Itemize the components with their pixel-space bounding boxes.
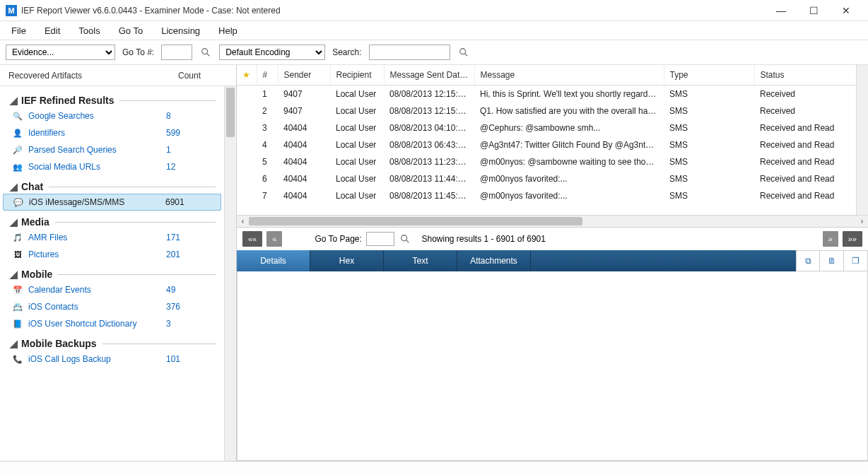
table-row[interactable]: 29407Local User08/08/2013 12:15:57 ...Q1… (237, 102, 868, 119)
sidebar-item-pictures[interactable]: 🖼Pictures201 (0, 246, 224, 263)
evidence-select[interactable]: Evidence... (6, 45, 115, 60)
item-icon: 👥 (11, 161, 24, 172)
col-type[interactable]: Type (664, 65, 754, 86)
item-count: 599 (166, 128, 216, 138)
title-bar: M IEF Report Viewer v6.6.0.0443 - Examin… (0, 0, 868, 21)
pager-last-button[interactable]: »» (843, 231, 862, 247)
pager-search-icon[interactable] (399, 233, 411, 245)
pager-prev-button[interactable]: « (266, 231, 282, 247)
item-count: 376 (166, 302, 216, 312)
item-icon: 📇 (11, 301, 24, 312)
tab-attachments[interactable]: Attachments (457, 250, 531, 271)
tab-hex[interactable]: Hex (310, 250, 384, 271)
item-count: 8 (166, 111, 216, 121)
pager-showing: Showing results 1 - 6901 of 6901 (421, 234, 545, 244)
item-label: iOS User Shortcut Dictionary (28, 319, 166, 329)
save-icon[interactable]: 🗎 (820, 250, 844, 271)
item-label: Pictures (28, 250, 166, 259)
table-row[interactable]: 440404Local User08/08/2013 06:43:23 ...@… (237, 136, 868, 153)
col-recipient[interactable]: Recipient (330, 65, 384, 86)
sidebar-item-ios-call-logs-backup[interactable]: 📞iOS Call Logs Backup101 (0, 351, 224, 368)
table-vscroll[interactable] (856, 65, 868, 215)
content: ★#SenderRecipientMessage Sent Date/...Me… (237, 65, 868, 461)
item-icon: 📞 (11, 353, 24, 365)
col-message[interactable]: Message (474, 65, 664, 86)
menu-file[interactable]: File (7, 23, 30, 38)
star-icon: ★ (242, 70, 250, 80)
hscroll-right-icon[interactable]: › (856, 216, 868, 228)
sidebar-header: Recovered Artifacts Count (0, 65, 236, 86)
pager-next-button[interactable]: » (823, 231, 838, 247)
group-media[interactable]: ◢Media (0, 211, 224, 229)
pager-goto-input[interactable] (366, 232, 394, 246)
sidebar-item-ios-imessage-sms-mms[interactable]: 💬iOS iMessage/SMS/MMS6901 (3, 194, 221, 211)
goto-input[interactable] (161, 45, 192, 60)
menu-go-to[interactable]: Go To (115, 23, 147, 38)
sidebar-item-ios-contacts[interactable]: 📇iOS Contacts376 (0, 298, 224, 315)
table-row[interactable]: 540404Local User08/08/2013 11:23:58 ...@… (237, 153, 868, 170)
encoding-select[interactable]: Default Encoding (219, 45, 325, 60)
menu-licensing[interactable]: Licensing (157, 23, 204, 38)
group-ief-refined-results[interactable]: ◢IEF Refined Results (0, 89, 224, 107)
sidebar: Recovered Artifacts Count ◢IEF Refined R… (0, 65, 237, 461)
tab-details[interactable]: Details (237, 250, 310, 271)
sidebar-item-parsed-search-queries[interactable]: 🔎Parsed Search Queries1 (0, 141, 224, 158)
col-star[interactable]: ★ (237, 65, 257, 86)
app-icon: M (6, 5, 17, 16)
item-count: 12 (166, 162, 216, 172)
detail-tabs: DetailsHexTextAttachments⧉🗎❐ (237, 250, 868, 271)
group-chat[interactable]: ◢Chat (0, 175, 224, 194)
sidebar-item-social-media-urls[interactable]: 👥Social Media URLs12 (0, 158, 224, 175)
table-row[interactable]: 740404Local User08/08/2013 11:45:23 ...@… (237, 187, 868, 204)
maximize-button[interactable]: ☐ (797, 0, 830, 21)
sidebar-item-ios-user-shortcut-dictionary[interactable]: 📘iOS User Shortcut Dictionary3 (0, 315, 224, 332)
table-row[interactable]: 340404Local User08/08/2013 04:10:07 ...@… (237, 119, 868, 136)
table-hscroll[interactable]: ‹ › (237, 215, 868, 227)
menu-tools[interactable]: Tools (74, 23, 104, 38)
col-sender[interactable]: Sender (278, 65, 330, 86)
pager-goto-label: Go To Page: (315, 234, 362, 244)
col--[interactable]: # (257, 65, 278, 86)
sidebar-item-google-searches[interactable]: 🔍Google Searches8 (0, 107, 224, 124)
search-input[interactable] (369, 45, 450, 60)
item-icon: 👤 (11, 127, 24, 139)
caret-down-icon: ◢ (10, 269, 17, 280)
window-icon[interactable]: ❐ (844, 250, 868, 271)
item-count: 49 (166, 285, 216, 295)
sidebar-item-calendar-events[interactable]: 📅Calendar Events49 (0, 281, 224, 298)
item-count: 6901 (165, 197, 215, 207)
item-icon: 🔍 (11, 110, 24, 122)
item-icon: 💬 (12, 197, 25, 208)
minimize-button[interactable]: — (765, 0, 797, 21)
pager: «« « Go To Page: Showing results 1 - 690… (237, 228, 868, 250)
item-label: iOS iMessage/SMS/MMS (29, 197, 165, 207)
export-icon[interactable]: ⧉ (796, 250, 820, 271)
item-icon: 📘 (11, 318, 24, 329)
goto-search-icon[interactable] (199, 46, 212, 59)
menu-bar: FileEditToolsGo ToLicensingHelp (0, 21, 868, 40)
sidebar-scrollbar[interactable] (224, 86, 236, 461)
table-row[interactable]: 19407Local User08/08/2013 12:15:07 ...Hi… (237, 86, 868, 103)
item-label: Parsed Search Queries (28, 145, 166, 155)
menu-help[interactable]: Help (214, 23, 242, 38)
menu-edit[interactable]: Edit (40, 23, 64, 38)
table-row[interactable]: 640404Local User08/08/2013 11:44:16 ...@… (237, 170, 868, 187)
tab-text[interactable]: Text (384, 250, 457, 271)
search-icon[interactable] (457, 46, 470, 59)
results-table: ★#SenderRecipientMessage Sent Date/...Me… (237, 65, 868, 228)
sidebar-item-identifiers[interactable]: 👤Identifiers599 (0, 124, 224, 141)
sidebar-item-amr-files[interactable]: 🎵AMR Files171 (0, 229, 224, 246)
pager-first-button[interactable]: «« (242, 231, 262, 247)
status-bar (0, 461, 868, 475)
svg-line-1 (207, 54, 210, 57)
col-status[interactable]: Status (754, 65, 868, 86)
group-mobile-backups[interactable]: ◢Mobile Backups (0, 332, 224, 351)
window-title: IEF Report Viewer v6.6.0.0443 - Examiner… (21, 6, 281, 16)
close-button[interactable]: ✕ (830, 0, 862, 21)
item-label: AMR Files (28, 233, 166, 242)
group-mobile[interactable]: ◢Mobile (0, 263, 224, 281)
hscroll-left-icon[interactable]: ‹ (237, 216, 249, 228)
svg-line-5 (406, 240, 409, 243)
caret-down-icon: ◢ (10, 338, 17, 349)
col-message-sent-date-[interactable]: Message Sent Date/... (384, 65, 474, 86)
